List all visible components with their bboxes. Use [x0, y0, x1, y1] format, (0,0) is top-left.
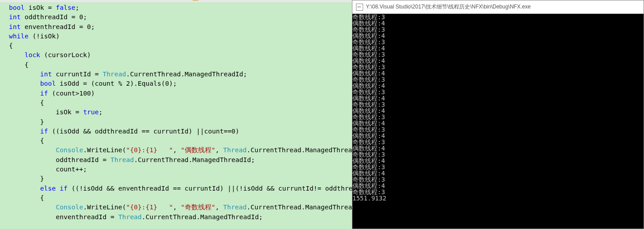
- svg-rect-0: [193, 0, 198, 0]
- code-text: .WriteLine(: [83, 204, 126, 211]
- code-class: Thread: [223, 204, 246, 211]
- code-keyword: int: [9, 13, 21, 21]
- code-text: [9, 185, 40, 192]
- console-title: Y:\08.Visual Studio\2017\技术细节\线程历史\NFX\b…: [366, 3, 531, 11]
- code-text: enventhreadId = 0;: [21, 23, 95, 30]
- code-text: {: [9, 61, 29, 68]
- code-keyword: if: [40, 128, 48, 135]
- code-text: ((isOdd && oddthreadId == curruntId) ||c…: [48, 128, 239, 135]
- code-text: .CurrentThread.ManagedThread: [246, 146, 352, 154]
- code-text: {: [9, 137, 44, 144]
- csharp-class-icon: [192, 0, 199, 1]
- editor-tab-bar: NFX.Class2: [0, 0, 352, 2]
- code-text: .CurrentThread.ManagedThreadId;: [142, 213, 263, 221]
- code-text: count++;: [9, 166, 87, 173]
- code-text: (!isOk): [29, 33, 60, 40]
- console-titlebar[interactable]: Y:\08.Visual Studio\2017\技术细节\线程历史\NFX\b…: [352, 0, 644, 14]
- code-class: Thread: [110, 156, 134, 163]
- code-text: [9, 128, 40, 135]
- class-tab-label: NFX.Class2: [200, 0, 233, 1]
- code-keyword: false: [56, 4, 76, 11]
- code-text: {: [9, 42, 13, 49]
- code-keyword: else if: [40, 185, 68, 192]
- code-text-area[interactable]: bool isOk = false; int oddthreadId = 0; …: [0, 2, 352, 222]
- code-text: oddthreadId = 0;: [21, 13, 87, 21]
- code-text: isOdd = (count % 2).Equals(0);: [56, 80, 177, 87]
- code-text: [9, 71, 40, 78]
- code-string: "{0}:{1} ": [126, 204, 173, 211]
- code-class: Console: [56, 204, 83, 211]
- code-text: ;: [75, 4, 79, 11]
- code-text: .WriteLine(: [83, 146, 126, 154]
- code-text: curruntId =: [52, 71, 103, 78]
- console-window[interactable]: Y:\08.Visual Studio\2017\技术细节\线程历史\NFX\b…: [352, 0, 644, 229]
- code-keyword: lock: [25, 51, 40, 58]
- code-class: Thread: [118, 213, 141, 221]
- console-app-icon: [356, 4, 363, 11]
- code-text: [9, 146, 56, 154]
- code-string: "{0}:{1} ": [126, 146, 173, 154]
- code-text: enventhreadId =: [9, 213, 118, 221]
- code-text: ,: [173, 146, 181, 154]
- code-text: {: [9, 99, 44, 106]
- code-keyword: bool: [40, 80, 56, 87]
- code-keyword: int: [9, 23, 21, 30]
- code-editor-pane[interactable]: NFX.Class2 bool isOk = false; int oddthr…: [0, 0, 352, 229]
- code-string: "奇数线程": [181, 204, 215, 211]
- code-keyword: true: [83, 108, 99, 116]
- console-output[interactable]: 奇数线程:3 偶数线程:4 奇数线程:3 偶数线程:4 奇数线程:3 偶数线程:…: [352, 14, 644, 229]
- code-keyword: while: [9, 33, 29, 40]
- code-class: Thread: [223, 146, 246, 154]
- code-text: [9, 51, 25, 58]
- code-keyword: if: [40, 90, 48, 97]
- code-text: .CurrentThread.ManagedThreadId;: [134, 156, 255, 163]
- code-string: "偶数线程": [181, 146, 215, 154]
- code-text: oddthreadId =: [9, 156, 110, 163]
- code-text: ,: [216, 146, 223, 154]
- code-text: (cursorLock): [40, 51, 91, 58]
- code-text: .CurrentThread.ManagedThreadId;: [126, 71, 247, 78]
- code-text: .CurrentThread.ManagedThrea: [246, 204, 352, 211]
- code-text: ,: [216, 204, 223, 211]
- code-text: }: [9, 175, 44, 182]
- code-text: {: [9, 194, 44, 201]
- code-text: }: [9, 118, 44, 125]
- code-keyword: bool: [9, 4, 25, 11]
- code-text: isOk =: [9, 108, 83, 116]
- code-text: [9, 204, 56, 211]
- code-class: Thread: [103, 71, 126, 78]
- code-keyword: int: [40, 71, 52, 78]
- code-text: [9, 80, 40, 87]
- class-tab[interactable]: NFX.Class2: [192, 0, 233, 1]
- code-text: ;: [99, 108, 103, 116]
- code-text: (count>100): [48, 90, 95, 97]
- code-text: ,: [173, 204, 181, 211]
- code-text: [9, 90, 40, 97]
- code-text: ((!isOdd && enventhreadId == curruntId) …: [68, 185, 352, 192]
- code-text: isOk =: [25, 4, 56, 11]
- code-class: Console: [56, 146, 83, 154]
